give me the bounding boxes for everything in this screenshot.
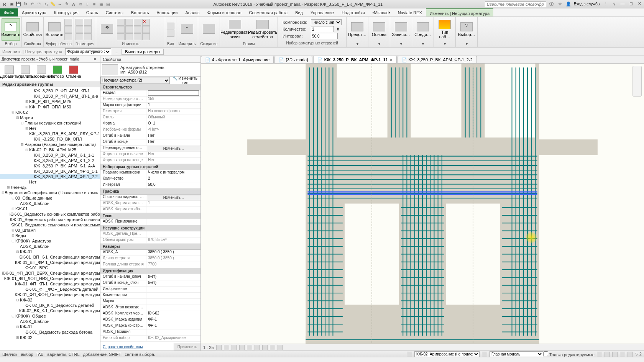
property-row[interactable]: Правило компоновкиЧисло с интервалом [100,170,200,176]
ribbon-tab[interactable]: Надстройки [338,8,368,16]
tree-item[interactable]: ⊟КР(КЖ)_Общее [0,313,100,319]
view-icon[interactable] [167,23,174,29]
tree-item[interactable]: КЖ_-3,250_ПЭ_ВК_АРМ_ЛЛУ_ФР-1 [0,131,100,136]
visual-style-icon[interactable] [224,345,229,350]
delete-icon[interactable]: ✕ [142,19,150,26]
select-rebar-button[interactable]: ▽Выбор… [457,18,476,41]
cut-icon[interactable] [64,19,72,26]
measure-button[interactable]: ↔ [178,18,196,41]
panel-drop[interactable]: ▾ [392,41,410,46]
tree-item[interactable]: ⊞00_Штамп [0,228,100,233]
undo-icon[interactable]: ↶ [29,1,35,7]
project-tree[interactable]: КЖ_3,250_Р_ФП_АРМ_КП-1КЖ_3,250_Р_ФП_АРМ_… [0,87,100,351]
pb-tool-присоединить[interactable]: Присоединить [34,64,49,80]
sync-icon[interactable]: ↻ [22,1,28,7]
property-row[interactable]: Комментарии [100,293,200,299]
cut2-icon[interactable] [76,26,83,33]
editable-only-checkbox[interactable]: Только редактируемые [543,351,595,357]
switch-windows-icon[interactable]: ▤ [105,1,111,7]
shadows-icon[interactable] [239,345,245,350]
tree-item[interactable]: КЖ_3,250_Р_ВК_АРМ_ФР-1_2-2 [0,174,100,179]
mirror-icon[interactable] [117,26,125,33]
set-type-button[interactable]: Тип наб… [435,18,454,41]
demolish-icon[interactable] [142,33,150,40]
tree-item[interactable]: ⊞КЖ-02 [0,335,100,340]
pb-close-icon[interactable]: ✕ [93,57,99,62]
tree-item[interactable]: ⊞Виды [0,233,100,238]
property-row[interactable]: Изображение формы<Нет> [100,127,200,133]
geom1-icon[interactable] [84,19,92,26]
property-category[interactable]: Несущие конструкции [100,225,200,231]
ribbon-tab[interactable]: Сталь [82,8,102,16]
property-row[interactable]: ADSK_Марка изделияФР-1 [100,317,200,323]
group-icon[interactable] [142,26,150,33]
type-selector[interactable]: Арматурный стерженьмп_А500 Ø12 [100,63,200,77]
select-links-icon[interactable] [597,352,602,357]
property-row[interactable]: СтильОбычный [100,115,200,121]
tree-item[interactable]: КЖ-01_ФП_КП-1_Спецификация арматуры [0,281,100,287]
pb-tool-отмена[interactable]: Отмена [66,64,81,80]
ribbon-tab[interactable]: Конструкция [50,8,82,16]
tree-item[interactable]: ⊞КЖ_Р_ФП_ОПЛ_М50 [0,104,100,110]
ribbon-tab[interactable]: Архитектура [18,8,50,16]
tree-item[interactable]: ⊞КЖ_Р_ФП_АРМ_М25 [0,99,100,104]
property-row[interactable]: Марка спецификации1 [100,103,200,109]
tree-item[interactable]: КЖ-01_ВП_ФР-1_Спецификация арматуры [0,260,100,265]
property-row[interactable]: ADSK_Марка конструкцииФР-1 [100,323,200,329]
tree-item[interactable]: КЖ-01_ФП_ФОН_Ведомость деталей [0,287,100,292]
property-category[interactable]: Размеры [100,244,200,250]
sun-path-icon[interactable] [232,345,237,350]
spacing-input[interactable] [311,33,338,39]
join-icon[interactable] [76,33,83,40]
tree-item[interactable]: КЖ-01_ФП_ФОН_Спецификация арматуры [0,292,100,297]
property-row[interactable]: ADSK_Форма отгибами [100,207,200,213]
tree-item[interactable]: ADSK_Шаблон [0,201,100,206]
property-category[interactable]: Набор арматурных стержней [100,164,200,170]
property-row[interactable]: Форма конца на концеНет [100,158,200,164]
tree-item[interactable]: КЖ-01_ФП_ДОП_ВЕРХ_Спецификация арматуры [0,270,100,276]
thin-lines-icon[interactable]: ≡ [91,1,97,7]
tree-item[interactable]: КЖ-01_Ведомость ссылочных и прилагаемых [0,222,100,228]
panel-drop[interactable]: ▾ [414,41,432,46]
redo-icon[interactable]: ↷ [36,1,42,7]
minimize-icon[interactable]: — [619,1,626,7]
rebar-shape-select[interactable]: Форма арматурного сте [65,48,111,55]
ribbon-tab[interactable]: Изменить | Несущая арматура [426,8,493,16]
tree-item[interactable]: Нет [0,179,100,185]
property-row[interactable]: Рабочий наборКЖ-02_Армирование [100,336,200,342]
select-face-icon[interactable] [620,352,625,357]
panel-drop[interactable]: ▾ [435,41,454,46]
ellipsis-button[interactable]: … [114,49,118,54]
property-category[interactable]: Текст [100,213,200,219]
property-row[interactable]: Переопределения округле…Изменить... [100,146,200,152]
select-pinned-icon[interactable] [612,352,618,357]
property-row[interactable]: Отгиб в начале_ключ(нет) [100,274,200,280]
tree-item[interactable]: ⊟Разрезы (Разрез_Без номера листа) [0,142,100,147]
copy-icon[interactable] [64,26,72,33]
save-icon[interactable]: 💾 [15,1,21,7]
property-category[interactable]: Строительство [100,84,200,90]
tree-item[interactable]: ⊟Ведомости/Спецификации (Назначение и ко… [0,190,100,195]
crop-view-icon[interactable] [247,345,252,350]
tree-item[interactable]: КЖ_3,250_Р_ВК_АРМ_ФР-1_1-1 [0,169,100,174]
property-row[interactable]: ADSK_Позиция [100,329,200,336]
property-row[interactable]: Объем арматуры870,85 см³ [100,238,200,244]
edit-type-button[interactable]: 🔧 Изменить тип [170,76,200,85]
tree-item[interactable]: ⊟КЖ-01 [0,206,100,211]
text-icon[interactable]: A [71,1,77,7]
close-icon[interactable]: ✕ [636,1,642,7]
tree-item[interactable]: ADSK_Шаблон [0,244,100,249]
property-row[interactable]: Раздел [100,90,200,97]
select-underlay-icon[interactable] [605,352,610,357]
array-icon[interactable] [134,19,141,26]
ribbon-tab[interactable]: Формы и генплан [204,8,245,16]
show-dimensions-button[interactable]: Вывести размеры [122,49,164,55]
property-row[interactable]: Длина стержня3850,0 ( 3850 ) [100,256,200,262]
tag-icon[interactable]: ✎ [64,1,70,7]
property-row[interactable]: ADSK_А3850,0 ( 3850 ) [100,250,200,256]
ribbon-tab[interactable]: Системы [102,8,127,16]
align-icon[interactable] [125,19,133,26]
tree-item[interactable]: ⊞Легенды [0,185,100,190]
offset-icon[interactable] [125,26,133,33]
property-row[interactable]: ADSK_Примечание [100,219,200,225]
